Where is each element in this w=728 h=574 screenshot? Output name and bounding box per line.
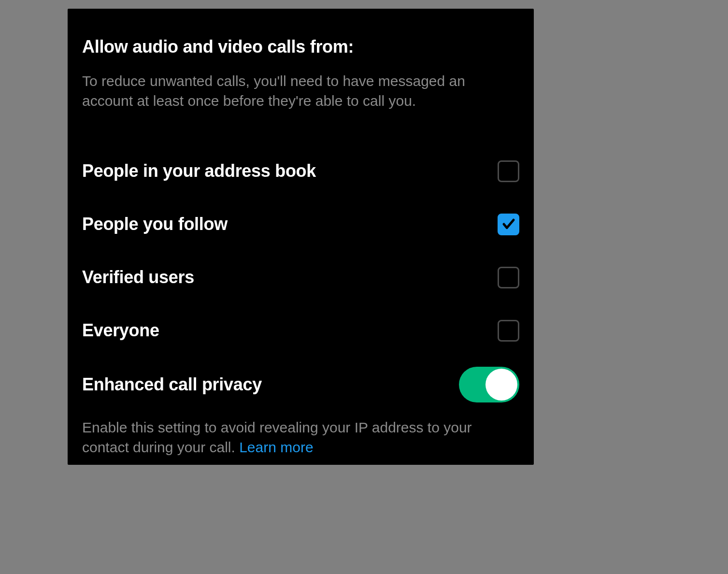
option-row-verified-users[interactable]: Verified users [82,251,519,304]
option-row-people-you-follow[interactable]: People you follow [82,198,519,251]
checkbox-people-you-follow[interactable] [498,214,519,235]
checkbox-address-book[interactable] [498,160,519,182]
checkbox-everyone[interactable] [498,320,519,342]
option-label: People you follow [82,214,228,234]
learn-more-link[interactable]: Learn more [239,439,313,455]
option-label: Verified users [82,267,194,287]
option-row-everyone[interactable]: Everyone [82,304,519,357]
section-title: Allow audio and video calls from: [82,37,519,57]
checkbox-verified-users[interactable] [498,267,519,288]
toggle-enhanced-privacy[interactable] [459,367,519,402]
check-icon [501,217,516,231]
call-settings-panel: Allow audio and video calls from: To red… [68,9,534,465]
option-row-enhanced-privacy[interactable]: Enhanced call privacy [82,358,519,411]
option-label: People in your address book [82,161,316,181]
option-label: Everyone [82,320,159,341]
toggle-knob [485,369,517,401]
option-row-address-book[interactable]: People in your address book [82,144,519,198]
privacy-description: Enable this setting to avoid revealing y… [82,418,512,457]
option-label: Enhanced call privacy [82,374,262,395]
section-description: To reduce unwanted calls, you'll need to… [82,72,507,111]
